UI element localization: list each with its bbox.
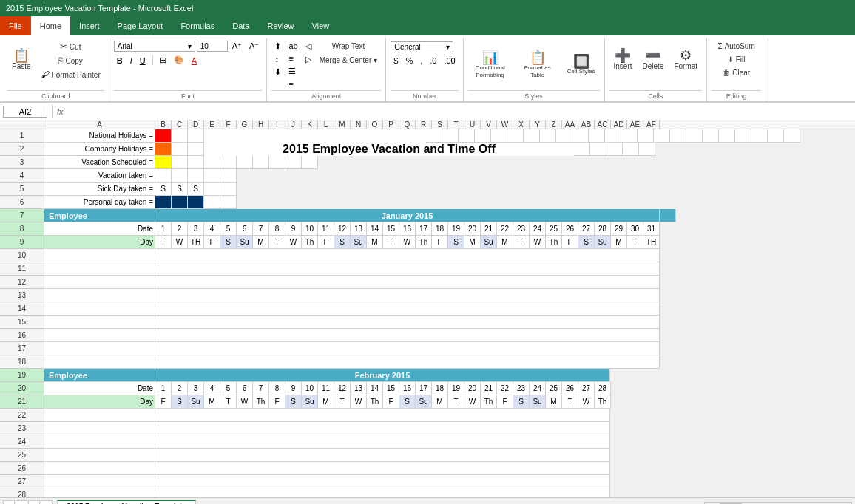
col-header-I[interactable]: I	[269, 120, 285, 129]
cell-S1[interactable]	[638, 129, 654, 143]
cell-A25[interactable]	[44, 449, 155, 462]
cell-A20[interactable]: Date	[44, 382, 155, 395]
day-5[interactable]: S	[220, 236, 237, 249]
feb-date-1[interactable]: 1	[155, 382, 172, 395]
cell-A15[interactable]	[44, 316, 155, 329]
cell-A4[interactable]: Vacation taken =	[44, 169, 155, 183]
cell-A8[interactable]: Date	[44, 222, 155, 236]
col-header-O[interactable]: O	[367, 120, 383, 129]
feb-date-19[interactable]: 19	[448, 382, 464, 395]
feb-date-11[interactable]: 11	[318, 382, 334, 395]
tab-review[interactable]: Review	[258, 16, 303, 35]
day-10[interactable]: Th	[302, 236, 318, 249]
feb-date-13[interactable]: 13	[351, 382, 367, 395]
day-25[interactable]: Th	[546, 236, 562, 249]
cell-B6[interactable]	[155, 196, 172, 209]
row-header-5[interactable]: 5	[0, 183, 44, 196]
row-header-24[interactable]: 24	[0, 435, 44, 449]
date-16[interactable]: 16	[399, 222, 416, 236]
feb-date-17[interactable]: 17	[416, 382, 432, 395]
feb-day-5[interactable]: T	[220, 395, 237, 409]
bold-button[interactable]: B	[114, 55, 126, 67]
cell-E3[interactable]	[204, 156, 220, 169]
row-header-12[interactable]: 12	[0, 276, 44, 289]
cell-B4[interactable]	[155, 169, 172, 183]
row-header-17[interactable]: 17	[0, 342, 44, 355]
date-27[interactable]: 27	[578, 222, 595, 236]
cell-A5[interactable]: Sick Day taken =	[44, 183, 155, 196]
cell-E1[interactable]	[204, 129, 426, 143]
increase-indent-button[interactable]: ▷	[303, 53, 314, 66]
feb-date-27[interactable]: 27	[578, 382, 595, 395]
comma-button[interactable]: ,	[417, 55, 425, 67]
row-header-15[interactable]: 15	[0, 316, 44, 329]
row-header-13[interactable]: 13	[0, 289, 44, 302]
col-header-E[interactable]: E	[204, 120, 220, 129]
cell-I3[interactable]	[269, 156, 285, 169]
day-13[interactable]: Su	[351, 236, 367, 249]
cell-A18[interactable]	[44, 355, 155, 369]
row-header-8[interactable]: 8	[0, 222, 44, 236]
col-header-N[interactable]: N	[351, 120, 367, 129]
cell-N1[interactable]	[556, 129, 572, 143]
row-header-25[interactable]: 25	[0, 449, 44, 462]
date-24[interactable]: 24	[530, 222, 546, 236]
cell-O1[interactable]	[572, 129, 589, 143]
cell-B7-january[interactable]: January 2015	[155, 209, 660, 222]
cell-J2[interactable]	[639, 143, 655, 156]
date-21[interactable]: 21	[481, 222, 497, 236]
row-header-16[interactable]: 16	[0, 329, 44, 342]
align-center-button[interactable]: ☰	[285, 65, 300, 78]
day-30[interactable]: T	[627, 236, 643, 249]
cell-D4[interactable]	[188, 169, 204, 183]
date-25[interactable]: 25	[546, 222, 562, 236]
day-26[interactable]: F	[562, 236, 578, 249]
feb-day-1[interactable]: F	[155, 395, 172, 409]
date-10[interactable]: 10	[302, 222, 318, 236]
col-header-Y[interactable]: Y	[530, 120, 546, 129]
cell-styles-button[interactable]: 🔲 Cell Styles	[563, 46, 600, 84]
col-header-P[interactable]: P	[383, 120, 399, 129]
feb-day-12[interactable]: T	[334, 395, 351, 409]
col-header-V[interactable]: V	[481, 120, 497, 129]
col-header-M[interactable]: M	[334, 120, 351, 129]
day-11[interactable]: F	[318, 236, 334, 249]
cell-A9[interactable]: Day	[44, 236, 155, 249]
cell-A23[interactable]	[44, 422, 155, 435]
day-4[interactable]: F	[204, 236, 220, 249]
cell-F4[interactable]	[220, 169, 237, 183]
date-23[interactable]: 23	[513, 222, 530, 236]
cell-F2[interactable]	[574, 143, 590, 156]
date-15[interactable]: 15	[383, 222, 399, 236]
row-header-20[interactable]: 20	[0, 382, 44, 395]
day-22[interactable]: M	[497, 236, 513, 249]
cell-A28[interactable]	[44, 488, 155, 497]
col-header-AB[interactable]: AB	[578, 120, 595, 129]
day-9[interactable]: W	[285, 236, 302, 249]
col-header-AD[interactable]: AD	[611, 120, 627, 129]
col-header-W[interactable]: W	[497, 120, 513, 129]
day-17[interactable]: Th	[416, 236, 432, 249]
cell-B1[interactable]	[155, 129, 172, 143]
tab-insert[interactable]: Insert	[70, 16, 109, 35]
feb-day-6[interactable]: W	[237, 395, 253, 409]
date-13[interactable]: 13	[351, 222, 367, 236]
date-2[interactable]: 2	[172, 222, 188, 236]
feb-day-7[interactable]: Th	[253, 395, 269, 409]
row-header-11[interactable]: 11	[0, 262, 44, 276]
day-24[interactable]: W	[530, 236, 546, 249]
row-header-3[interactable]: 3	[0, 156, 44, 169]
last-sheet-button[interactable]: ⏭	[41, 500, 53, 505]
cell-J1[interactable]	[491, 129, 507, 143]
font-size-box[interactable]: 10	[197, 41, 228, 52]
date-9[interactable]: 9	[285, 222, 302, 236]
cut-button[interactable]: ✂ Cut	[37, 40, 104, 53]
day-2[interactable]: W	[172, 236, 188, 249]
feb-day-8[interactable]: F	[269, 395, 285, 409]
col-header-G[interactable]: G	[237, 120, 253, 129]
cell-A12[interactable]	[44, 276, 155, 289]
clear-button[interactable]: 🗑 Clear	[712, 67, 761, 79]
cell-K1[interactable]	[507, 129, 524, 143]
align-left-button[interactable]: ≡	[285, 52, 300, 64]
date-7[interactable]: 7	[253, 222, 269, 236]
